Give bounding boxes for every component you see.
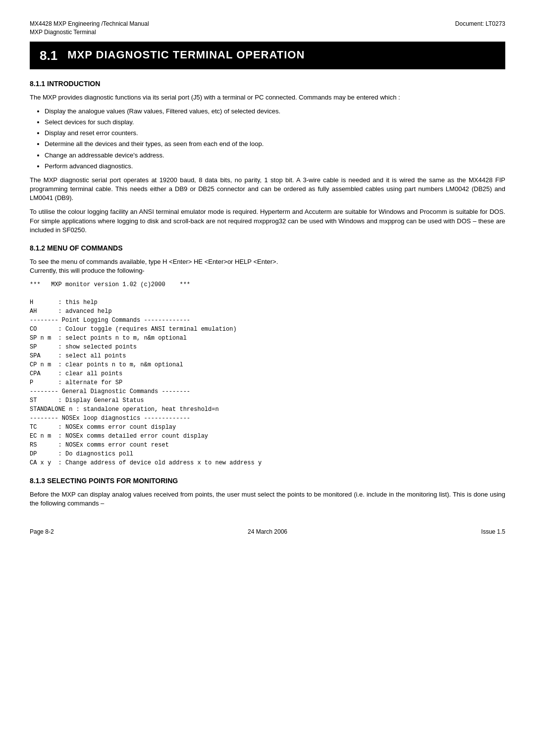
header-left: MX4428 MXP Engineering /Technical Manual… xyxy=(30,20,149,37)
section-813-heading: 8.1.3 SELECTING POINTS FOR MONITORING xyxy=(30,476,505,486)
chapter-heading: 8.1 MXP DIAGNOSTIC TERMINAL OPERATION xyxy=(30,42,505,69)
list-item: Perform advanced diagnostics. xyxy=(45,162,505,171)
section-811-para2: The MXP diagnostic serial port operates … xyxy=(30,176,505,203)
section-813-para1: Before the MXP can display analog values… xyxy=(30,490,505,508)
section-811: 8.1.1 INTRODUCTION The MXP provides diag… xyxy=(30,79,505,235)
section-812-title: MENU OF COMMANDS xyxy=(47,244,122,252)
section-813: 8.1.3 SELECTING POINTS FOR MONITORING Be… xyxy=(30,476,505,508)
list-item: Select devices for such display. xyxy=(45,118,505,127)
section-812-number: 8.1.2 xyxy=(30,244,45,252)
section-813-number: 8.1.3 xyxy=(30,477,45,485)
section-812-heading: 8.1.2 MENU OF COMMANDS xyxy=(30,244,505,253)
list-item: Determine all the devices and their type… xyxy=(45,140,505,149)
footer-page: Page 8-2 xyxy=(30,528,54,536)
section-812-code: *** MXP monitor version 1.02 (c)2000 ***… xyxy=(30,280,505,467)
chapter-number: 8.1 xyxy=(40,47,57,64)
section-811-number: 8.1.1 xyxy=(30,80,45,88)
section-811-bullets: Display the analogue values (Raw values,… xyxy=(45,107,505,171)
list-item: Display and reset error counters. xyxy=(45,129,505,138)
list-item: Display the analogue values (Raw values,… xyxy=(45,107,505,116)
footer-issue: Issue 1.5 xyxy=(481,528,505,536)
section-811-para1: The MXP provides diagnostic functions vi… xyxy=(30,93,505,102)
chapter-title: MXP DIAGNOSTIC TERMINAL OPERATION xyxy=(67,48,305,63)
footer-date: 24 March 2006 xyxy=(248,528,287,536)
header-title-line2: MXP Diagnostic Terminal xyxy=(30,28,149,37)
section-812-para1: To see the menu of commands available, t… xyxy=(30,257,505,275)
page-header: MX4428 MXP Engineering /Technical Manual… xyxy=(30,20,505,37)
section-813-title: SELECTING POINTS FOR MONITORING xyxy=(47,477,178,485)
page-footer: Page 8-2 24 March 2006 Issue 1.5 xyxy=(30,523,505,536)
header-doc-ref: Document: LT0273 xyxy=(455,20,505,37)
section-811-title: INTRODUCTION xyxy=(47,80,100,88)
header-title-line1: MX4428 MXP Engineering /Technical Manual xyxy=(30,20,149,28)
section-811-heading: 8.1.1 INTRODUCTION xyxy=(30,79,505,89)
section-812: 8.1.2 MENU OF COMMANDS To see the menu o… xyxy=(30,244,505,467)
list-item: Change an addressable device's address. xyxy=(45,151,505,160)
section-811-para3: To utilise the colour logging facility a… xyxy=(30,207,505,235)
